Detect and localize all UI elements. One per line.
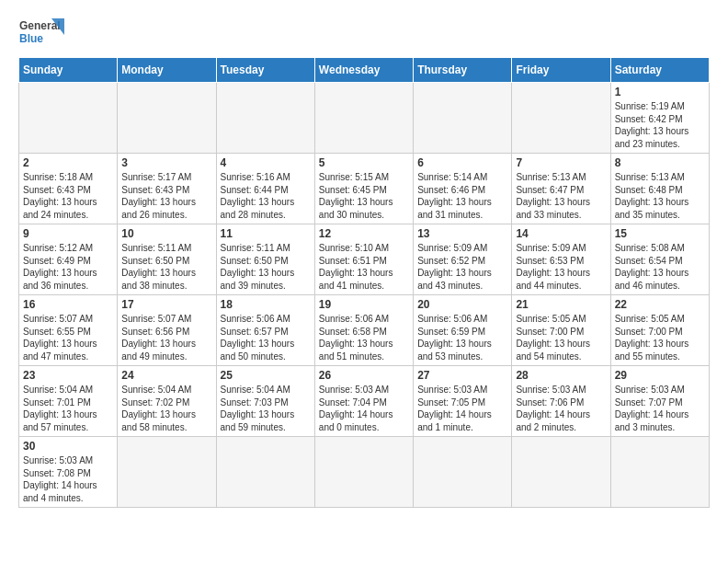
day-number: 25	[221, 369, 311, 382]
calendar-cell: 29Sunrise: 5:03 AM Sunset: 7:07 PM Dayli…	[610, 366, 709, 437]
calendar-cell: 5Sunrise: 5:15 AM Sunset: 6:45 PM Daylig…	[314, 154, 413, 224]
weekday-header-tuesday: Tuesday	[216, 58, 314, 83]
day-number: 17	[121, 298, 211, 311]
calendar-cell: 8Sunrise: 5:13 AM Sunset: 6:48 PM Daylig…	[610, 154, 709, 224]
day-number: 23	[23, 369, 113, 382]
cell-content: Sunrise: 5:19 AM Sunset: 6:42 PM Dayligh…	[615, 100, 705, 150]
calendar-week-row: 2Sunrise: 5:18 AM Sunset: 6:43 PM Daylig…	[19, 154, 710, 224]
calendar-cell	[314, 83, 413, 154]
day-number: 22	[615, 298, 705, 311]
calendar-cell: 12Sunrise: 5:10 AM Sunset: 6:51 PM Dayli…	[314, 224, 413, 295]
weekday-header-thursday: Thursday	[414, 58, 512, 83]
calendar-cell: 25Sunrise: 5:04 AM Sunset: 7:03 PM Dayli…	[216, 366, 314, 437]
cell-content: Sunrise: 5:15 AM Sunset: 6:45 PM Dayligh…	[319, 171, 409, 221]
day-number: 29	[615, 369, 705, 382]
calendar-cell	[216, 437, 314, 508]
calendar-week-row: 16Sunrise: 5:07 AM Sunset: 6:55 PM Dayli…	[19, 295, 710, 366]
calendar-cell	[19, 83, 118, 154]
calendar-header-row: SundayMondayTuesdayWednesdayThursdayFrid…	[19, 58, 710, 83]
cell-content: Sunrise: 5:08 AM Sunset: 6:54 PM Dayligh…	[615, 242, 705, 292]
calendar-table: SundayMondayTuesdayWednesdayThursdayFrid…	[18, 57, 710, 508]
cell-content: Sunrise: 5:07 AM Sunset: 6:56 PM Dayligh…	[121, 313, 211, 362]
cell-content: Sunrise: 5:12 AM Sunset: 6:49 PM Dayligh…	[23, 242, 113, 292]
calendar-cell: 24Sunrise: 5:04 AM Sunset: 7:02 PM Dayli…	[118, 366, 216, 437]
cell-content: Sunrise: 5:07 AM Sunset: 6:55 PM Dayligh…	[23, 313, 113, 362]
calendar-cell: 10Sunrise: 5:11 AM Sunset: 6:50 PM Dayli…	[118, 224, 216, 295]
day-number: 10	[121, 227, 211, 240]
calendar-cell: 15Sunrise: 5:08 AM Sunset: 6:54 PM Dayli…	[610, 224, 709, 295]
cell-content: Sunrise: 5:04 AM Sunset: 7:03 PM Dayligh…	[221, 384, 311, 433]
cell-content: Sunrise: 5:18 AM Sunset: 6:43 PM Dayligh…	[23, 171, 113, 221]
calendar-cell: 23Sunrise: 5:04 AM Sunset: 7:01 PM Dayli…	[19, 366, 118, 437]
cell-content: Sunrise: 5:04 AM Sunset: 7:01 PM Dayligh…	[23, 384, 113, 433]
day-number: 6	[417, 156, 507, 169]
cell-content: Sunrise: 5:09 AM Sunset: 6:52 PM Dayligh…	[417, 242, 507, 292]
day-number: 19	[319, 298, 409, 311]
day-number: 13	[417, 227, 507, 240]
weekday-header-sunday: Sunday	[19, 58, 118, 83]
cell-content: Sunrise: 5:06 AM Sunset: 6:59 PM Dayligh…	[417, 313, 507, 362]
cell-content: Sunrise: 5:17 AM Sunset: 6:43 PM Dayligh…	[121, 171, 211, 221]
calendar-cell: 30Sunrise: 5:03 AM Sunset: 7:08 PM Dayli…	[19, 437, 118, 508]
weekday-header-saturday: Saturday	[610, 58, 709, 83]
day-number: 28	[516, 369, 606, 382]
day-number: 12	[319, 227, 409, 240]
day-number: 30	[23, 440, 113, 453]
day-number: 15	[615, 227, 705, 240]
cell-content: Sunrise: 5:05 AM Sunset: 7:00 PM Dayligh…	[615, 313, 705, 362]
day-number: 27	[417, 369, 507, 382]
generalblue-logo-icon: General Blue	[18, 15, 66, 52]
calendar-cell: 1Sunrise: 5:19 AM Sunset: 6:42 PM Daylig…	[610, 83, 709, 154]
calendar-cell: 13Sunrise: 5:09 AM Sunset: 6:52 PM Dayli…	[414, 224, 512, 295]
day-number: 14	[516, 227, 606, 240]
cell-content: Sunrise: 5:05 AM Sunset: 7:00 PM Dayligh…	[516, 313, 606, 362]
calendar-cell: 20Sunrise: 5:06 AM Sunset: 6:59 PM Dayli…	[414, 295, 512, 366]
calendar-week-row: 30Sunrise: 5:03 AM Sunset: 7:08 PM Dayli…	[19, 437, 710, 508]
calendar-cell	[414, 437, 512, 508]
cell-content: Sunrise: 5:03 AM Sunset: 7:06 PM Dayligh…	[516, 384, 606, 433]
calendar-cell: 3Sunrise: 5:17 AM Sunset: 6:43 PM Daylig…	[118, 154, 216, 224]
calendar-cell: 2Sunrise: 5:18 AM Sunset: 6:43 PM Daylig…	[19, 154, 118, 224]
cell-content: Sunrise: 5:03 AM Sunset: 7:05 PM Dayligh…	[417, 384, 507, 433]
cell-content: Sunrise: 5:13 AM Sunset: 6:48 PM Dayligh…	[615, 171, 705, 221]
cell-content: Sunrise: 5:03 AM Sunset: 7:08 PM Dayligh…	[23, 454, 113, 504]
cell-content: Sunrise: 5:13 AM Sunset: 6:47 PM Dayligh…	[516, 171, 606, 221]
cell-content: Sunrise: 5:11 AM Sunset: 6:50 PM Dayligh…	[121, 242, 211, 292]
cell-content: Sunrise: 5:10 AM Sunset: 6:51 PM Dayligh…	[319, 242, 409, 292]
calendar-week-row: 1Sunrise: 5:19 AM Sunset: 6:42 PM Daylig…	[19, 83, 710, 154]
calendar-cell	[118, 83, 216, 154]
calendar-cell	[512, 83, 610, 154]
cell-content: Sunrise: 5:16 AM Sunset: 6:44 PM Dayligh…	[221, 171, 311, 221]
page-header: General Blue	[18, 15, 710, 52]
day-number: 5	[319, 156, 409, 169]
calendar-cell	[414, 83, 512, 154]
cell-content: Sunrise: 5:14 AM Sunset: 6:46 PM Dayligh…	[417, 171, 507, 221]
day-number: 21	[516, 298, 606, 311]
cell-content: Sunrise: 5:11 AM Sunset: 6:50 PM Dayligh…	[221, 242, 311, 292]
calendar-cell: 26Sunrise: 5:03 AM Sunset: 7:04 PM Dayli…	[314, 366, 413, 437]
day-number: 4	[221, 156, 311, 169]
cell-content: Sunrise: 5:09 AM Sunset: 6:53 PM Dayligh…	[516, 242, 606, 292]
weekday-header-wednesday: Wednesday	[314, 58, 413, 83]
cell-content: Sunrise: 5:03 AM Sunset: 7:07 PM Dayligh…	[615, 384, 705, 433]
calendar-cell: 22Sunrise: 5:05 AM Sunset: 7:00 PM Dayli…	[610, 295, 709, 366]
calendar-cell	[610, 437, 709, 508]
weekday-header-friday: Friday	[512, 58, 610, 83]
cell-content: Sunrise: 5:04 AM Sunset: 7:02 PM Dayligh…	[121, 384, 211, 433]
calendar-cell: 28Sunrise: 5:03 AM Sunset: 7:06 PM Dayli…	[512, 366, 610, 437]
day-number: 7	[516, 156, 606, 169]
calendar-cell: 4Sunrise: 5:16 AM Sunset: 6:44 PM Daylig…	[216, 154, 314, 224]
cell-content: Sunrise: 5:03 AM Sunset: 7:04 PM Dayligh…	[319, 384, 409, 433]
calendar-cell: 19Sunrise: 5:06 AM Sunset: 6:58 PM Dayli…	[314, 295, 413, 366]
calendar-cell: 6Sunrise: 5:14 AM Sunset: 6:46 PM Daylig…	[414, 154, 512, 224]
calendar-week-row: 9Sunrise: 5:12 AM Sunset: 6:49 PM Daylig…	[19, 224, 710, 295]
calendar-cell: 18Sunrise: 5:06 AM Sunset: 6:57 PM Dayli…	[216, 295, 314, 366]
day-number: 1	[615, 86, 705, 98]
day-number: 20	[417, 298, 507, 311]
day-number: 3	[121, 156, 211, 169]
day-number: 2	[23, 156, 113, 169]
day-number: 11	[221, 227, 311, 240]
calendar-cell: 7Sunrise: 5:13 AM Sunset: 6:47 PM Daylig…	[512, 154, 610, 224]
calendar-cell: 14Sunrise: 5:09 AM Sunset: 6:53 PM Dayli…	[512, 224, 610, 295]
calendar-cell: 9Sunrise: 5:12 AM Sunset: 6:49 PM Daylig…	[19, 224, 118, 295]
